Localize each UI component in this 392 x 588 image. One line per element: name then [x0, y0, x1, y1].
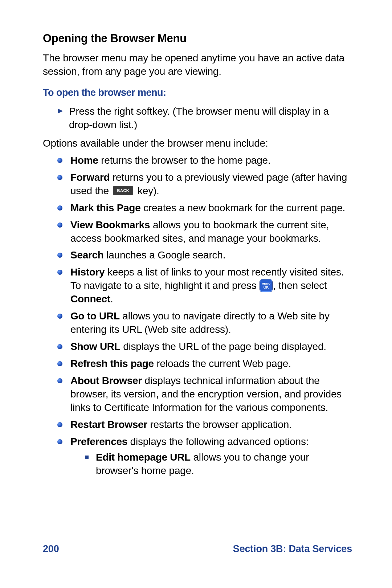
list-item: Go to URL allows you to navigate directl…	[57, 310, 352, 336]
back-key-icon	[113, 186, 133, 195]
menu-ok-key-icon: MENUOK	[260, 279, 272, 292]
inline-bold: Connect	[70, 293, 110, 305]
option-desc: reloads the current Web page.	[154, 358, 291, 369]
option-term: History	[70, 266, 105, 278]
option-desc: , then select	[273, 280, 327, 291]
procedure-subhead: To open the browser menu:	[43, 87, 352, 98]
list-item: Refresh this page reloads the current We…	[57, 357, 352, 371]
option-term: Forward	[70, 172, 110, 183]
options-lead: Options available under the browser menu…	[43, 137, 352, 150]
section-label: Section 3B: Data Services	[233, 543, 352, 555]
option-desc: creates a new bookmark for the current p…	[140, 202, 345, 213]
option-term: Search	[70, 249, 104, 261]
section-heading: Opening the Browser Menu	[43, 32, 352, 45]
option-term: Edit homepage URL	[96, 452, 191, 463]
option-term: Show URL	[70, 341, 121, 352]
key-label: MENU	[262, 282, 271, 285]
option-desc: returns the browser to the home page.	[98, 155, 271, 166]
option-desc: key).	[135, 185, 159, 196]
option-term: Mark this Page	[70, 202, 140, 213]
step-text: Press the right softkey. (The browser me…	[69, 105, 352, 132]
list-item: Edit homepage URL allows you to change y…	[85, 451, 352, 478]
list-item: Search launches a Google search.	[57, 249, 352, 262]
key-label: OK	[264, 286, 269, 289]
option-desc: returns you to a previously viewed page …	[70, 172, 347, 196]
list-item: Show URL displays the URL of the page be…	[57, 340, 352, 354]
option-desc: .	[110, 293, 113, 305]
option-desc: restarts the browser application.	[147, 419, 292, 430]
option-term: View Bookmarks	[70, 219, 150, 230]
option-desc: displays the following advanced options:	[127, 436, 309, 447]
option-desc: launches a Google search.	[104, 249, 226, 261]
list-item: Restart Browser restarts the browser app…	[57, 418, 352, 432]
option-term: Home	[70, 155, 98, 166]
step-item: Press the right softkey. (The browser me…	[43, 105, 352, 132]
option-term: About Browser	[70, 375, 142, 386]
intro-paragraph: The browser menu may be opened anytime y…	[43, 52, 352, 78]
list-item: View Bookmarks allows you to bookmark th…	[57, 219, 352, 245]
options-list: Home returns the browser to the home pag…	[43, 154, 352, 478]
page-number: 200	[43, 543, 59, 555]
list-item: History keeps a list of links to your mo…	[57, 266, 352, 306]
page-footer: 200 Section 3B: Data Services	[43, 543, 352, 555]
svg-marker-0	[58, 109, 63, 114]
option-desc: displays the URL of the page being displ…	[121, 341, 326, 352]
list-item: Forward returns you to a previously view…	[57, 171, 352, 198]
triangle-bullet-icon	[57, 108, 63, 114]
list-item: Home returns the browser to the home pag…	[57, 154, 352, 167]
manual-page: Opening the Browser Menu The browser men…	[0, 0, 392, 478]
list-item: Mark this Page creates a new bookmark fo…	[57, 201, 352, 215]
list-item: Preferences displays the following advan…	[57, 435, 352, 478]
option-term: Go to URL	[70, 310, 120, 322]
option-term: Refresh this page	[70, 358, 154, 369]
option-term: Restart Browser	[70, 419, 147, 430]
sub-options-list: Edit homepage URL allows you to change y…	[70, 451, 352, 478]
option-term: Preferences	[70, 436, 127, 447]
list-item: About Browser displays technical informa…	[57, 374, 352, 415]
